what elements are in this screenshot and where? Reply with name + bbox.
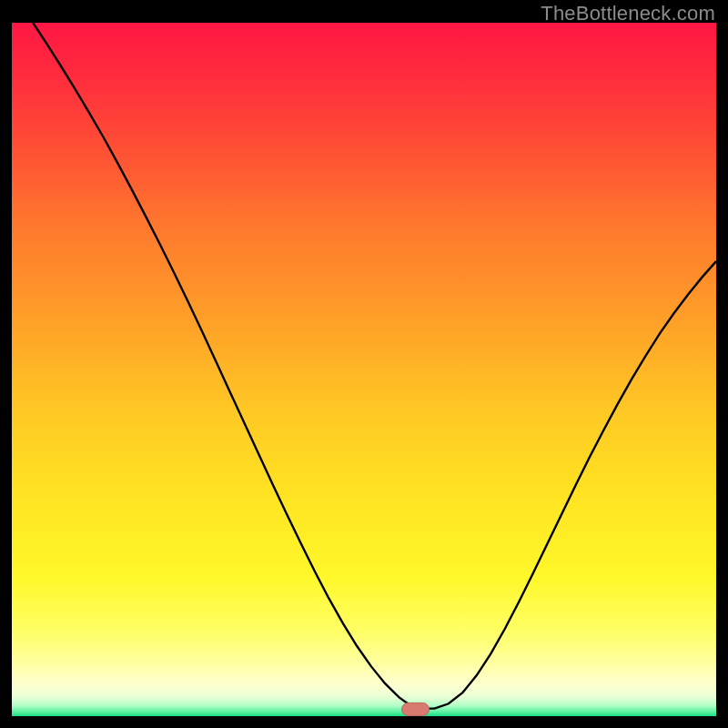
gradient-background [12, 23, 716, 716]
watermark-text: TheBottleneck.com [541, 2, 715, 25]
bottleneck-plot [12, 23, 716, 716]
plot-frame [12, 23, 716, 716]
optimum-marker [402, 703, 430, 715]
